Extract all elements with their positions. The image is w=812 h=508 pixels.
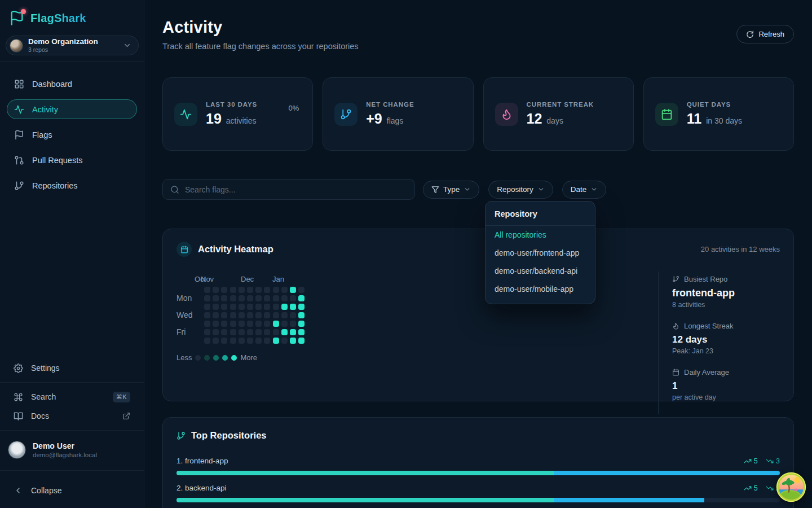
legend-less-label: Less (176, 353, 192, 362)
heatmap-cell (221, 312, 227, 318)
stat-label: Longest Streak (684, 322, 733, 330)
sidebar-divider (0, 470, 144, 471)
stat-value: 12 days (672, 334, 780, 345)
dropdown-item-all-repositories[interactable]: All repositories (486, 226, 595, 244)
sidebar-item-flags[interactable]: Flags (7, 125, 137, 144)
heatmap-cell (273, 304, 279, 310)
heatmap-cell (290, 338, 296, 344)
dropdown-item-frontend-app[interactable]: demo-user/frontend-app (486, 244, 595, 262)
search-input[interactable] (185, 185, 407, 194)
heatmap-cell (264, 287, 270, 293)
stat-label: Busiest Repo (684, 275, 727, 283)
book-open-icon (14, 411, 23, 421)
user-name: Demo User (33, 441, 97, 450)
stat-label: QUIET DAYS (687, 101, 742, 108)
chevron-down-icon (537, 186, 545, 193)
heatmap-cell (213, 338, 219, 344)
sidebar-item-settings[interactable]: Settings (7, 358, 137, 378)
legend-dot (222, 355, 228, 361)
calendar-icon (672, 369, 679, 376)
app-root: FlagShark Demo Organization 3 repos Dash… (0, 0, 812, 508)
sidebar-item-activity[interactable]: Activity (7, 99, 137, 119)
heatmap-summary: 20 activities in 12 weeks (701, 245, 780, 253)
flagshark-logo-icon (9, 10, 25, 26)
sidebar-collapse-button[interactable]: Collapse (7, 481, 137, 500)
sidebar-item-pull-requests[interactable]: Pull Requests (7, 150, 137, 170)
sidebar-item-label: Docs (31, 411, 49, 421)
heatmap-cell (247, 329, 253, 335)
repository-filter-button[interactable]: Repository (488, 181, 553, 199)
trending-down-icon (766, 484, 774, 492)
daily-average-stat: Daily Average 1 per active day (672, 368, 780, 401)
heatmap-cell (281, 304, 288, 310)
heatmap-cell (204, 312, 210, 318)
heatmap-cell (204, 321, 210, 327)
brand-name: FlagShark (30, 12, 86, 25)
page-subtitle: Track all feature flag changes across yo… (162, 42, 359, 51)
stat-label: Daily Average (684, 368, 729, 376)
dropdown-item-mobile-app[interactable]: demo-user/mobile-app (486, 280, 595, 298)
heatmap-cell (255, 329, 262, 335)
gear-icon (14, 364, 23, 373)
heatmap-cell (298, 321, 304, 327)
sidebar: FlagShark Demo Organization 3 repos Dash… (0, 0, 144, 508)
stat-card-net-change: NET CHANGE +9 flags (323, 77, 473, 151)
repository-dropdown-menu: Repository All repositories demo-user/fr… (485, 201, 595, 304)
dropdown-item-backend-api[interactable]: demo-user/backend-api (486, 262, 595, 280)
sidebar-item-dashboard[interactable]: Dashboard (7, 74, 137, 94)
stat-value: 11 (687, 111, 701, 127)
heatmap-cell (281, 295, 288, 301)
heatmap-cell (247, 338, 253, 344)
heatmap-cell (239, 338, 245, 344)
git-branch-icon (672, 275, 679, 283)
activity-heatmap-card: Activity Heatmap 20 activities in 12 wee… (162, 229, 794, 401)
repo-added-count: 5 (754, 457, 758, 465)
heatmap-cell (239, 295, 245, 301)
repo-bar-added-segment (176, 498, 554, 502)
heatmap-cell (230, 321, 236, 327)
date-filter-button[interactable]: Date (562, 181, 607, 199)
heatmap-cell (255, 304, 262, 310)
heatmap-cell (281, 321, 288, 327)
heatmap-cell (273, 287, 279, 293)
repo-bar-added-segment (176, 471, 554, 475)
day-label: Mon (176, 295, 204, 301)
heatmap-cell (230, 304, 236, 310)
sidebar-item-search[interactable]: Search ⌘K (7, 387, 137, 406)
stat-value: frontend-app (672, 287, 780, 299)
heatmap-cell (204, 329, 210, 335)
heatmap-cell (290, 287, 296, 293)
heatmap-cell (273, 329, 279, 335)
sidebar-item-label: Dashboard (32, 80, 72, 89)
sidebar-item-label: Pull Requests (32, 156, 82, 165)
refresh-button[interactable]: Refresh (736, 25, 794, 43)
heatmap-cell (298, 338, 304, 344)
palm-island-sticker (776, 472, 806, 502)
user-avatar (8, 441, 26, 459)
user-email: demo@flagshark.local (33, 452, 97, 458)
legend-scale (195, 355, 237, 361)
stat-unit: activities (226, 116, 257, 125)
sidebar-item-docs[interactable]: Docs (7, 406, 137, 426)
stat-value: 19 (206, 111, 222, 127)
chevron-down-icon (590, 186, 598, 193)
flame-icon (672, 322, 679, 330)
heatmap-cell (204, 287, 210, 293)
heatmap-cell (239, 329, 245, 335)
stat-label: LAST 30 DAYS (206, 101, 257, 108)
filter-label: Repository (497, 185, 533, 194)
heatmap-cell (264, 304, 270, 310)
type-filter-button[interactable]: Type (423, 181, 479, 199)
user-profile[interactable]: Demo User demo@flagshark.local (0, 435, 144, 466)
sidebar-item-label: Repositories (32, 181, 78, 190)
heatmap-cell (221, 304, 227, 310)
refresh-icon (746, 30, 754, 38)
heatmap-cell (221, 338, 227, 344)
sidebar-item-repositories[interactable]: Repositories (7, 176, 137, 195)
month-label: Jan (272, 275, 284, 283)
heatmap-cell (298, 304, 304, 310)
org-selector[interactable]: Demo Organization 3 repos (6, 36, 139, 55)
chevron-down-icon (464, 186, 471, 193)
org-avatar (10, 39, 23, 52)
heatmap-cell (221, 295, 227, 301)
